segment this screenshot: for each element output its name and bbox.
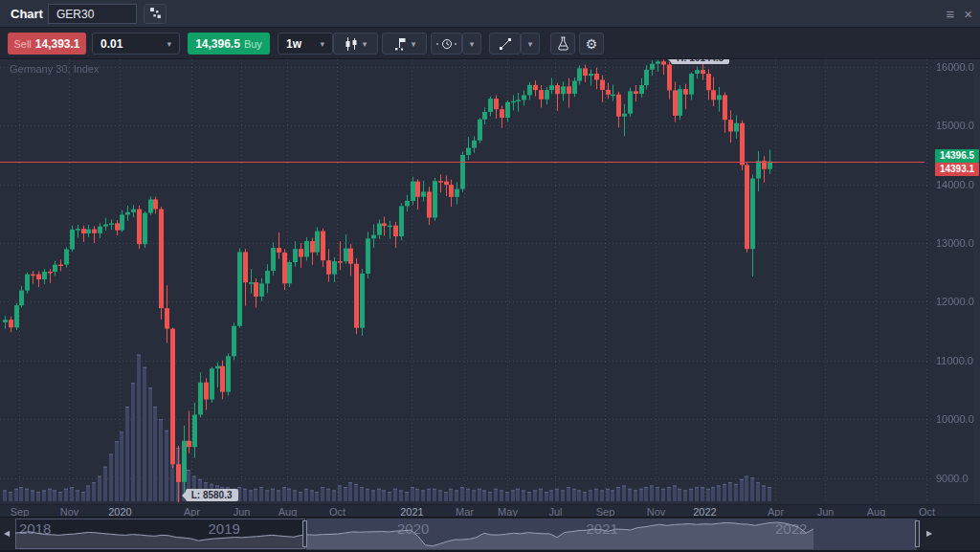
timeframe-value: 1w — [286, 37, 301, 51]
indicator-flag-control[interactable]: ▾ — [382, 33, 427, 55]
scroll-left-arrow-icon[interactable]: ◀ — [4, 529, 10, 538]
chevron-down-icon: ▾ — [528, 39, 533, 49]
clock-icon — [436, 37, 457, 51]
symbol-input[interactable] — [48, 4, 137, 24]
navigator-right-handle[interactable] — [915, 520, 920, 547]
y-axis-label: 15000.0 — [936, 120, 974, 131]
chevron-down-icon: ▾ — [320, 39, 324, 49]
chart-type-control[interactable]: ▾ — [333, 33, 378, 55]
trading-chart-window: Chart ≡ × Sell 14,393.1 0.01 ▾ 14,396.5 … — [0, 0, 980, 552]
y-axis-label: 13000.0 — [936, 237, 974, 249]
titlebar: Chart ≡ × — [0, 0, 980, 28]
order-size-select[interactable]: 0.01 ▾ — [92, 33, 180, 55]
drawing-line-button[interactable] — [489, 33, 521, 55]
navigator-canvas[interactable] — [0, 518, 980, 551]
flag-indicator-icon — [393, 37, 407, 51]
y-axis-label: 9000.0 — [936, 473, 969, 484]
navigator-left-handle[interactable] — [302, 520, 307, 547]
chevron-down-icon[interactable]: ▾ — [363, 39, 368, 49]
close-icon[interactable]: × — [964, 7, 972, 21]
sell-price: 14,393.1 — [35, 37, 80, 51]
chevron-down-icon[interactable]: ▾ — [412, 39, 416, 49]
side-panel-strip — [973, 59, 980, 504]
compare-dots-icon — [149, 6, 162, 23]
buy-price: 14,396.5 — [195, 37, 240, 51]
instrument-label: Germany 30, Index — [10, 63, 100, 75]
menu-icon[interactable]: ≡ — [946, 7, 954, 21]
buy-button[interactable]: 14,396.5 Buy — [188, 33, 270, 55]
sell-price-tag: 14393.1 — [935, 163, 979, 176]
order-size-value: 0.01 — [100, 37, 122, 51]
timeframe-select[interactable]: 1w ▾ — [278, 33, 333, 55]
chevron-down-icon: ▾ — [470, 39, 475, 49]
time-interval-dropdown[interactable]: ▾ — [462, 33, 481, 55]
y-axis-label: 16000.0 — [936, 61, 974, 73]
chart-navigator[interactable]: 20182019202020212022 ◀ ▶ — [0, 517, 980, 550]
buy-price-tag: 14396.5 — [935, 149, 979, 163]
candlestick-chart-icon — [345, 37, 358, 51]
high-price-label: H: 16144.3 — [671, 59, 729, 64]
buy-label: Buy — [244, 38, 262, 50]
price-chart-canvas[interactable] — [0, 59, 980, 504]
chevron-down-icon: ▾ — [167, 39, 171, 49]
indicators-flask-button[interactable] — [550, 33, 575, 55]
low-price-label: L: 8580.3 — [186, 489, 238, 501]
flask-icon — [557, 36, 569, 51]
price-chart-area: Germany 30, Index H: 16144.3 L: 8580.3 1… — [0, 59, 980, 504]
settings-button[interactable]: ⚙ — [579, 33, 604, 55]
y-axis-label: 14000.0 — [936, 179, 974, 190]
page-title: Chart — [11, 7, 43, 21]
y-axis-label: 11000.0 — [936, 355, 973, 366]
time-axis: SepNov2020AprJunAugOct2021MarMayJulSepNo… — [0, 504, 980, 517]
trend-line-icon — [499, 37, 512, 51]
gear-icon: ⚙ — [586, 37, 598, 51]
time-interval-button[interactable] — [431, 33, 462, 55]
scroll-right-arrow-icon[interactable]: ▶ — [926, 529, 932, 538]
y-axis-label: 10000.0 — [936, 413, 974, 425]
drawing-tools-dropdown[interactable]: ▾ — [521, 33, 540, 55]
related-instruments-button[interactable] — [144, 4, 167, 24]
sell-label: Sell — [13, 38, 31, 50]
trade-toolbar: Sell 14,393.1 0.01 ▾ 14,396.5 Buy 1w ▾ ▾… — [0, 28, 980, 59]
y-axis-label: 12000.0 — [936, 296, 974, 307]
sell-button[interactable]: Sell 14,393.1 — [8, 33, 86, 55]
